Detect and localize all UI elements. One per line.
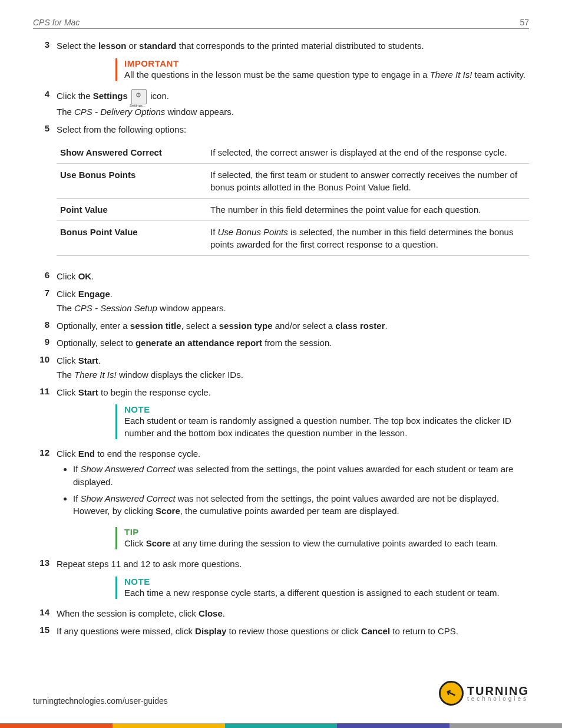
step-num: 15 [33, 625, 57, 639]
options-table: Show Answered Correct If selected, the c… [57, 141, 529, 256]
step-text: Click Start. [57, 354, 529, 367]
step-9: 9 Optionally, select to generate an atte… [33, 337, 529, 351]
step-text: Click End to end the response cycle. [57, 447, 529, 460]
step-text: Select from the following options: [57, 123, 529, 136]
step-7: 7 Click Engage. The CPS - Session Setup … [33, 288, 529, 316]
bullet: If Show Answered Correct was selected fr… [73, 463, 529, 489]
step-num: 3 [33, 39, 57, 54]
step-10: 10 Click Start. The There It Is! window … [33, 354, 529, 383]
callout-body: Click Score at any time during the sessi… [124, 537, 529, 549]
callout-note-1: NOTE Each student or team is randomly as… [115, 404, 529, 439]
option-label: Show Answered Correct [57, 141, 207, 164]
callout-body: All the questions in the lesson must be … [124, 68, 529, 81]
step-sub: The CPS - Delivery Options window appear… [57, 106, 529, 118]
step-num: 11 [33, 386, 57, 400]
step-text: Click Engage. [57, 288, 529, 301]
step-num: 7 [33, 288, 57, 316]
step-num: 14 [33, 607, 57, 621]
step-text: Click the Settings ⚙ icon. [57, 89, 529, 104]
table-row: Bonus Point Value If Use Bonus Points is… [57, 221, 529, 256]
page-footer: turningtechnologies.com/user-guides ↖ TU… [33, 681, 529, 706]
callout-title: TIP [124, 527, 529, 537]
option-desc: The number in this field determines the … [207, 199, 529, 221]
step-14: 14 When the session is complete, click C… [33, 607, 529, 621]
step-num: 12 [33, 447, 57, 522]
option-label: Bonus Point Value [57, 221, 207, 256]
step-num: 10 [33, 354, 57, 383]
callout-body: Each student or team is randomly assigne… [124, 414, 529, 439]
page-header: CPS for Mac 57 [33, 18, 529, 29]
settings-icon: ⚙ [131, 89, 147, 104]
step-13: 13 Repeat steps 11 and 12 to ask more qu… [33, 558, 529, 572]
option-label: Point Value [57, 199, 207, 221]
callout-note-2: NOTE Each time a new response cycle star… [115, 577, 529, 599]
logo-text-1: TURNING [467, 686, 529, 696]
step-text: If any questions were missed, click Disp… [57, 625, 529, 638]
step-num: 6 [33, 270, 57, 284]
callout-title: NOTE [124, 404, 529, 414]
step-8: 8 Optionally, enter a session title, sel… [33, 319, 529, 334]
table-row: Show Answered Correct If selected, the c… [57, 141, 529, 164]
step-text: Optionally, select to generate an attend… [57, 337, 529, 350]
logo-text-2: technologies [467, 696, 529, 701]
table-row: Point Value The number in this field det… [57, 199, 529, 221]
step-15: 15 If any questions were missed, click D… [33, 625, 529, 639]
logo-mark-icon: ↖ [439, 681, 464, 706]
option-label: Use Bonus Points [57, 164, 207, 199]
step-num: 13 [33, 558, 57, 572]
bullet: If Show Answered Correct was not selecte… [73, 492, 529, 518]
callout-tip: TIP Click Score at any time during the s… [115, 527, 529, 549]
step-12: 12 Click End to end the response cycle. … [33, 447, 529, 522]
step-text: Click OK. [57, 270, 529, 283]
step-6: 6 Click OK. [33, 270, 529, 284]
step-num: 5 [33, 123, 57, 267]
option-desc: If selected, the first team or student t… [207, 164, 529, 199]
step-text: Repeat steps 11 and 12 to ask more quest… [57, 558, 529, 571]
step-text: Select the lesson or standard that corre… [57, 39, 529, 52]
footer-url: turningtechnologies.com/user-guides [33, 696, 168, 706]
step-sub: The There It Is! window displays the cli… [57, 368, 529, 381]
step-text: Optionally, enter a session title, selec… [57, 319, 529, 332]
step-11: 11 Click Start to begin the response cyc… [33, 386, 529, 400]
step-sub: The CPS - Session Setup window appears. [57, 302, 529, 315]
step-5: 5 Select from the following options: Sho… [33, 123, 529, 267]
option-desc: If selected, the correct answer is displ… [207, 141, 529, 164]
turning-logo: ↖ TURNING technologies [439, 681, 529, 706]
step-3: 3 Select the lesson or standard that cor… [33, 39, 529, 54]
table-row: Use Bonus Points If selected, the first … [57, 164, 529, 199]
step-num: 4 [33, 89, 57, 120]
bottom-color-bar [0, 723, 562, 728]
doc-title: CPS for Mac [33, 18, 80, 27]
callout-important: IMPORTANT All the questions in the lesso… [115, 58, 529, 81]
step-num: 9 [33, 337, 57, 351]
step-text: When the session is complete, click Clos… [57, 607, 529, 620]
sub-bullets: If Show Answered Correct was selected fr… [73, 463, 529, 518]
callout-title: NOTE [124, 577, 529, 587]
step-text: Click Start to begin the response cycle. [57, 386, 529, 399]
step-num: 8 [33, 319, 57, 334]
option-desc: If Use Bonus Points is selected, the num… [207, 221, 529, 256]
callout-title: IMPORTANT [124, 58, 529, 68]
page-number: 57 [520, 18, 529, 27]
step-4: 4 Click the Settings ⚙ icon. The CPS - D… [33, 89, 529, 120]
callout-body: Each time a new response cycle starts, a… [124, 587, 529, 599]
steps-list: 3 Select the lesson or standard that cor… [33, 39, 529, 54]
